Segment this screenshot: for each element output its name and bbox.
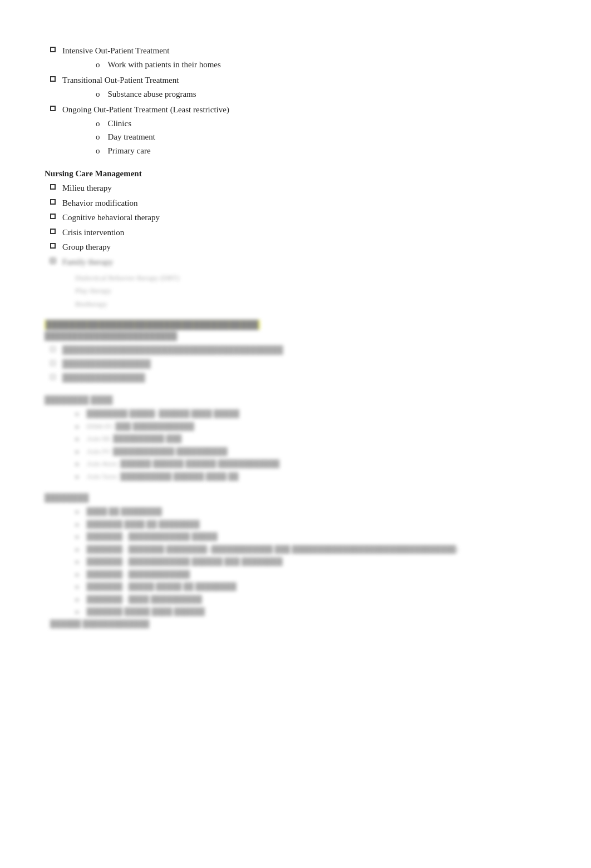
item-label: Transitional Out-Patient Treatment — [62, 76, 179, 85]
list-item: Intensive Out-Patient Treatment o Work w… — [50, 44, 546, 72]
list-subitem: o Day treatment — [96, 131, 229, 143]
blurred-list-2: o ████████ █████: ██████ ████ █████ o DS… — [45, 408, 546, 482]
item-label: Axis III: ██████████ ███ — [87, 433, 182, 444]
item-label: ███████ - ███████ ████████ (████████████… — [87, 544, 459, 555]
sub-bullet: o — [96, 117, 100, 130]
blurred-list-item: o Axis IV: ████████████ ██████████ — [75, 446, 546, 457]
sub-bullet: o — [96, 131, 100, 143]
bullet-icon — [50, 346, 56, 352]
sub-bullet: o — [75, 556, 79, 567]
bullet-icon — [50, 243, 56, 249]
blurred-list-item: ███████████████ — [50, 372, 546, 384]
item-label: Axis 5xxx: ██████████ ██████ ████ ██ — [87, 471, 239, 482]
blurred-list-item: o Axis 4xxx: ██████ ██████ ██████ ██████… — [75, 458, 546, 469]
item-label: ████ ██ ████████ — [87, 506, 162, 517]
blurred-list-item: o ████ ██ ████████ — [75, 506, 546, 517]
item-label: ███████████████ — [62, 372, 145, 384]
blurred-list-item: o ███████ - ████████████ █████ — [75, 531, 546, 542]
blurred-list-item: ████████████████████████████████████████ — [50, 344, 546, 356]
nursing-care-section: Nursing Care Management Milieu therapy B… — [45, 169, 546, 310]
bullet-icon — [50, 374, 56, 380]
item-label: Milieu therapy — [62, 182, 112, 195]
item-label: ███████ - █████ █████ ██ ████████ — [87, 581, 237, 592]
blurred-list-item: o ████████ █████: ██████ ████ █████ — [75, 408, 546, 419]
blurred-section-1: ████████████████████████████████████ ███… — [45, 320, 546, 384]
item-label: ████████████████ — [62, 358, 151, 370]
subitem-label: Work with patients in their homes — [108, 58, 221, 71]
sub-bullet: o — [75, 471, 79, 482]
blurred-subitem: Dialectical Behavior therapy (DBT) — [75, 271, 546, 284]
bullet-icon — [50, 229, 56, 234]
list-subitem: o Work with patients in their homes — [96, 58, 221, 71]
blurred-list-1: ████████████████████████████████████████… — [45, 344, 546, 384]
blurred-heading-2: ████████ ████ — [45, 396, 546, 405]
sub-bullet: o — [75, 606, 79, 617]
bullet-icon — [50, 76, 56, 82]
bullet-icon — [50, 184, 56, 190]
list-subitem: o Primary care — [96, 145, 229, 157]
sub-bullet: o — [75, 408, 79, 419]
sub-bullet: o — [96, 58, 100, 71]
bullet-icon — [50, 258, 56, 264]
blurred-section-2: ████████ ████ o ████████ █████: ██████ █… — [45, 396, 546, 482]
item-label: Behavior modification — [62, 197, 137, 210]
blurred-subitem: Play therapy — [75, 284, 546, 297]
list-item: Ongoing Out-Patient Treatment (Least res… — [50, 103, 546, 158]
item-label: Group therapy — [62, 241, 111, 254]
subitem-label: Substance abuse programs — [108, 88, 196, 101]
sub-bullet: o — [96, 88, 100, 101]
item-label: Axis IV: ████████████ ██████████ — [87, 446, 228, 457]
outpatient-section: Intensive Out-Patient Treatment o Work w… — [45, 44, 546, 158]
sub-bullet: o — [75, 446, 79, 457]
blurred-list-item: o Axis 5xxx: ██████████ ██████ ████ ██ — [75, 471, 546, 482]
blurred-list-item: o ███████ - ████ ██████████ — [75, 594, 546, 605]
highlighted-heading: ████████████████████████████████████ — [45, 320, 260, 330]
bullet-icon — [50, 106, 56, 111]
item-label: ███████ ████ ██ ████████ — [87, 519, 200, 530]
list-item-blurred: Family therapy — [50, 256, 546, 269]
list-item: Milieu therapy — [50, 182, 546, 195]
item-label: ███████ - ████████████ █████ — [87, 531, 218, 542]
item-label: Axis 4xxx: ██████ ██████ ██████ ████████… — [87, 458, 280, 469]
blurred-subitems: Dialectical Behavior therapy (DBT) Play … — [45, 271, 546, 310]
item-label: Intensive Out-Patient Treatment — [62, 46, 169, 55]
sub-bullet: o — [75, 506, 79, 517]
item-label: ████████████████████████████████████████ — [62, 344, 283, 356]
nursing-heading: Nursing Care Management — [45, 169, 546, 178]
subitem-label: Clinics — [108, 117, 132, 130]
list-item: Cognitive behavioral therapy — [50, 211, 546, 224]
sub-bullet: o — [75, 433, 79, 444]
blurred-heading-3: ████████ — [45, 494, 546, 503]
blurred-list-item: o ███████ - █████ █████ ██ ████████ — [75, 581, 546, 592]
blurred-list-item: o DSM-IV: ███ ████████████ — [75, 421, 546, 432]
item-label: ███████ █████ ████ ██████ — [87, 606, 205, 617]
blurred-subitem: Biotherapy — [75, 297, 546, 310]
list-item: Transitional Out-Patient Treatment o Sub… — [50, 74, 546, 101]
blurred-list-item: o ███████ ████ ██ ████████ — [75, 519, 546, 530]
sub-bullet: o — [75, 569, 79, 580]
list-item: Group therapy — [50, 241, 546, 254]
sublist: o Clinics o Day treatment o Primary care — [62, 117, 229, 157]
bullet-icon — [50, 199, 56, 205]
item-label: ███████ - ████████████ — [87, 569, 190, 580]
sub-bullet: o — [96, 145, 100, 157]
item-label: Cognitive behavioral therapy — [62, 211, 160, 224]
list-subitem: o Clinics — [96, 117, 229, 130]
blurred-section-3: ████████ o ████ ██ ████████ o ███████ ██… — [45, 494, 546, 628]
blurred-list-item: o ███████ - ████████████ — [75, 569, 546, 580]
blurred-footer: ██████ █████████████ — [45, 619, 546, 628]
nursing-list: Milieu therapy Behavior modification Cog… — [45, 182, 546, 268]
item-label: Family therapy — [62, 256, 113, 269]
item-label: DSM-IV: ███ ████████████ — [87, 421, 195, 432]
blurred-list-item: o Axis III: ██████████ ███ — [75, 433, 546, 444]
blurred-list-3: o ████ ██ ████████ o ███████ ████ ██ ███… — [45, 506, 546, 617]
bullet-icon — [50, 360, 56, 366]
sub-bullet: o — [75, 531, 79, 542]
sublist: o Work with patients in their homes — [62, 58, 221, 71]
item-label: ████████ █████: ██████ ████ █████ — [87, 408, 240, 419]
sub-bullet: o — [75, 458, 79, 469]
blurred-list-item: o ███████ - ████████████ ██████ ███ ████… — [75, 556, 546, 567]
list-subitem: o Substance abuse programs — [96, 88, 196, 101]
item-label: Crisis intervention — [62, 226, 124, 239]
outpatient-list: Intensive Out-Patient Treatment o Work w… — [45, 44, 546, 158]
